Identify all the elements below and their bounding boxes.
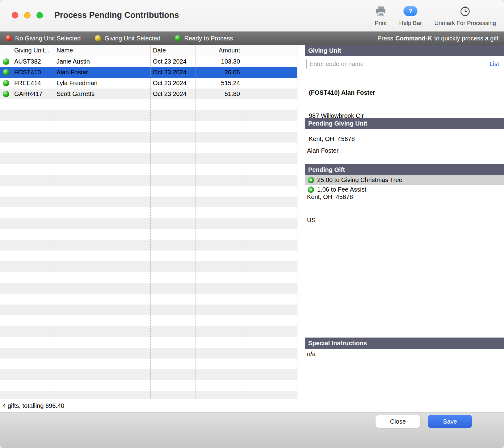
- row-amount: 515.24: [195, 80, 243, 87]
- pending-gift-header: Pending Gift: [305, 164, 504, 175]
- help-icon: ?: [403, 5, 418, 17]
- print-label: Print: [375, 20, 387, 27]
- column-header-giving-unit[interactable]: Giving Unit...: [12, 47, 54, 54]
- table-header-row: Giving Unit... Name Date Amount: [0, 45, 297, 56]
- table-row[interactable]: FREE414 Lyla Freedman Oct 23 2024 515.24: [0, 78, 297, 89]
- giving-unit-title: (FOST410) Alan Foster: [309, 89, 504, 97]
- gift-arrow-icon: »: [308, 177, 314, 183]
- special-instructions-value: n/a: [305, 349, 504, 361]
- ready-status-icon: [3, 69, 9, 76]
- legend-giving-unit-selected: Giving Unit Selected: [95, 35, 160, 42]
- giving-unit-address: (FOST410) Alan Foster 987 Willowbrook Ci…: [305, 72, 504, 118]
- yellow-status-icon: [95, 35, 101, 41]
- pgu-name: Alan Foster: [307, 147, 504, 155]
- pending-gift-list: » 25.00 to Giving Christmas Tree » 1.06 …: [305, 175, 504, 194]
- window-title: Process Pending Contributions: [54, 10, 179, 20]
- app-window: Process Pending Contributions Print: [0, 0, 504, 448]
- hint-suffix: to quickly process a gift: [434, 35, 498, 42]
- contributions-table: Giving Unit... Name Date Amount AUST382 …: [0, 45, 297, 399]
- traffic-lights: [12, 12, 43, 19]
- panel-spacer: [305, 194, 504, 338]
- legend-no-giving-unit: No Giving Unit Selected: [6, 35, 81, 42]
- save-button[interactable]: Save: [428, 415, 472, 428]
- shortcut-hint: PressCommand-Kto quickly process a gift: [377, 35, 498, 42]
- green-status-icon: [175, 35, 181, 41]
- toolbar: Print ? Help Bar Unmark For Processi: [375, 5, 496, 27]
- row-name: Scott Garretts: [54, 90, 150, 97]
- ready-status-icon: [3, 80, 9, 86]
- close-window-button[interactable]: [12, 12, 18, 19]
- column-header-amount[interactable]: Amount: [195, 47, 243, 54]
- column-header-name[interactable]: Name: [54, 47, 150, 54]
- row-name: Lyla Freedman: [54, 80, 150, 87]
- legend-label-red: No Giving Unit Selected: [15, 35, 81, 42]
- row-code: FOST410: [12, 69, 54, 76]
- table-row[interactable]: AUST382 Janie Austin Oct 23 2024 103.30: [0, 56, 297, 67]
- column-header-date[interactable]: Date: [150, 47, 195, 54]
- unmark-for-processing-button[interactable]: Unmark For Processing: [434, 5, 496, 27]
- scrollbar-gutter[interactable]: [297, 45, 305, 399]
- pending-gift-item[interactable]: » 1.06 to Fee Assist: [305, 185, 504, 194]
- legend-ready-to-process: Ready to Process: [175, 35, 233, 42]
- giving-unit-header: Giving Unit: [305, 45, 504, 56]
- row-amount: 103.30: [195, 58, 243, 65]
- list-link[interactable]: List: [489, 60, 499, 68]
- row-amount: 51.80: [195, 90, 243, 97]
- pending-giving-unit-header: Pending Giving Unit: [305, 118, 504, 129]
- gifts-total-status: 4 gifts, totalling 696.40: [0, 399, 305, 413]
- unmark-label: Unmark For Processing: [434, 20, 496, 27]
- ready-status-icon: [3, 91, 9, 97]
- legend-label-yellow: Giving Unit Selected: [104, 35, 160, 42]
- help-bar-label: Help Bar: [399, 20, 422, 27]
- pending-gift-item[interactable]: » 25.00 to Giving Christmas Tree: [305, 175, 504, 185]
- close-button[interactable]: Close: [375, 415, 421, 428]
- row-amount: 26.06: [195, 69, 243, 76]
- row-date: Oct 23 2024: [150, 80, 195, 87]
- giving-unit-search-row: List: [305, 56, 504, 72]
- minimize-window-button[interactable]: [24, 12, 31, 19]
- table-wrap: Giving Unit... Name Date Amount AUST382 …: [0, 45, 305, 399]
- panel-tail: [305, 361, 504, 413]
- gift-label: 1.06 to Fee Assist: [317, 186, 366, 193]
- clock-icon: [460, 5, 471, 17]
- legend-bar: No Giving Unit Selected Giving Unit Sele…: [0, 31, 504, 45]
- ready-status-icon: [3, 58, 9, 65]
- title-bar: Process Pending Contributions Print: [0, 0, 504, 31]
- detail-panel: Giving Unit List (FOST410) Alan Foster 9…: [305, 45, 504, 413]
- row-date: Oct 23 2024: [150, 90, 195, 97]
- row-code: AUST382: [12, 58, 54, 65]
- gift-arrow-icon: »: [308, 186, 314, 193]
- pending-giving-unit-address: Alan Foster 987 Willowbrook Cir Kent, OH…: [305, 129, 504, 164]
- red-status-icon: [6, 35, 12, 41]
- row-date: Oct 23 2024: [150, 58, 195, 65]
- row-name: Alan Foster: [54, 69, 150, 76]
- main-content: Giving Unit... Name Date Amount AUST382 …: [0, 45, 504, 413]
- row-date: Oct 23 2024: [150, 69, 195, 76]
- gift-label: 25.00 to Giving Christmas Tree: [317, 176, 402, 184]
- special-instructions-header: Special Instructions: [305, 338, 504, 349]
- giving-unit-search-input[interactable]: [306, 59, 483, 69]
- printer-icon: [376, 5, 386, 17]
- zoom-window-button[interactable]: [36, 12, 43, 19]
- hint-key: Command-K: [395, 35, 432, 42]
- contributions-pane: Giving Unit... Name Date Amount AUST382 …: [0, 45, 305, 413]
- hint-prefix: Press: [377, 35, 393, 42]
- legend-label-green: Ready to Process: [184, 35, 233, 42]
- print-button[interactable]: Print: [375, 5, 387, 27]
- table-row-selected[interactable]: FOST410 Alan Foster Oct 23 2024 26.06: [0, 67, 297, 78]
- help-bar-button[interactable]: ? Help Bar: [399, 5, 422, 27]
- table-row[interactable]: GARR417 Scott Garretts Oct 23 2024 51.80: [0, 89, 297, 99]
- row-code: GARR417: [12, 90, 54, 97]
- row-name: Janie Austin: [54, 58, 150, 65]
- row-code: FREE414: [12, 80, 54, 87]
- table-body: AUST382 Janie Austin Oct 23 2024 103.30 …: [0, 56, 297, 399]
- bottom-bar: Close Save: [0, 413, 504, 448]
